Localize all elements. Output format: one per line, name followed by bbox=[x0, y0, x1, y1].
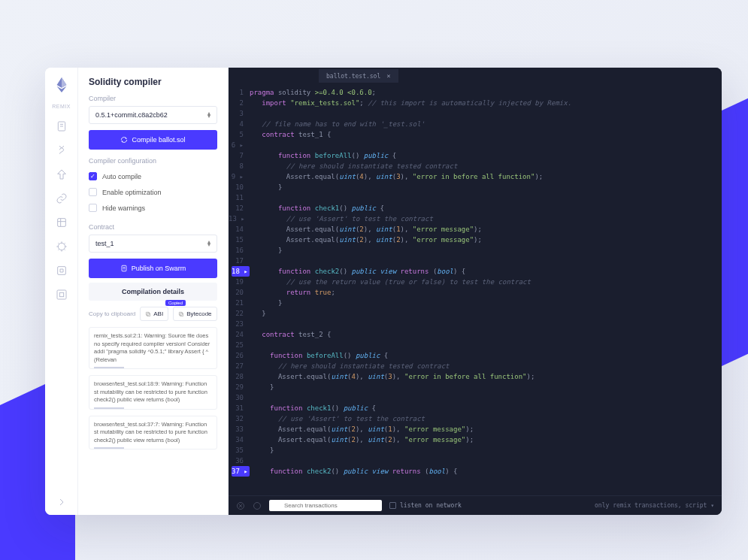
remix-logo[interactable] bbox=[53, 77, 70, 93]
code-text: // file name has to end with '_test.sol' bbox=[250, 119, 722, 129]
code-line[interactable]: 32 // use 'Assert' to test the contract bbox=[229, 413, 722, 424]
code-text: Assert.equal(uint(2), uint(2), "error me… bbox=[250, 235, 722, 245]
code-line[interactable]: 16 } bbox=[229, 245, 722, 256]
hide-warn-row[interactable]: Hide warnings bbox=[89, 200, 217, 216]
copy-label: Copy to clipboard bbox=[89, 310, 135, 317]
compiler-select[interactable]: 0.5.1+commit.c8a2cb62 ▴▾ bbox=[89, 106, 217, 124]
auto-compile-row[interactable]: Auto compile bbox=[89, 168, 217, 184]
code-line[interactable]: 33 Assert.equal(uint(2), uint(1), "error… bbox=[229, 424, 722, 434]
settings-icon[interactable] bbox=[55, 288, 68, 301]
code-line[interactable]: 20 return true; bbox=[229, 287, 722, 298]
contract-value: test_1 bbox=[95, 240, 114, 247]
code-line[interactable]: 14 Assert.equal(uint(2), uint(1), "error… bbox=[229, 224, 722, 235]
file-tab[interactable]: ballot.test.sol × bbox=[319, 69, 398, 83]
compiler-version: 0.5.1+commit.c8a2cb62 bbox=[95, 111, 168, 119]
code-text: return true; bbox=[250, 287, 722, 298]
refresh-icon bbox=[120, 136, 128, 144]
contract-select[interactable]: test_1 ▴▾ bbox=[89, 235, 217, 253]
enable-opt-checkbox[interactable] bbox=[89, 188, 97, 196]
panel-title: Solidity compiler bbox=[89, 77, 217, 87]
hide-warn-checkbox[interactable] bbox=[89, 204, 97, 212]
code-line[interactable]: 23 bbox=[229, 319, 722, 329]
analysis-icon[interactable] bbox=[55, 216, 68, 229]
copy-icon bbox=[178, 311, 184, 317]
line-number: 14 bbox=[229, 224, 250, 235]
line-number: 20 bbox=[229, 287, 250, 298]
copy-bytecode-button[interactable]: Bytecode bbox=[173, 307, 217, 321]
copy-abi-button[interactable]: ABI bbox=[140, 307, 168, 321]
code-line[interactable]: 10 } bbox=[229, 182, 722, 192]
code-line[interactable]: 36 bbox=[229, 456, 722, 466]
warning-item[interactable]: browser/test_test.sol:37:7: Warning: Fun… bbox=[89, 416, 217, 450]
code-line[interactable]: 27 // here should instantiate tested con… bbox=[229, 361, 722, 371]
code-line[interactable]: 30 bbox=[229, 392, 722, 403]
code-line[interactable]: 11 bbox=[229, 192, 722, 203]
compiler-icon[interactable] bbox=[55, 144, 68, 157]
line-number: 9 ▸ bbox=[229, 171, 250, 182]
compile-button[interactable]: Compile ballot.sol bbox=[89, 130, 217, 150]
code-area[interactable]: 1pragma solidity >=0.4.0 <0.6.0;2 import… bbox=[229, 84, 722, 495]
auto-compile-label: Auto compile bbox=[102, 173, 141, 180]
console-pending-icon[interactable] bbox=[253, 501, 262, 510]
console-clear-icon[interactable] bbox=[236, 501, 245, 510]
listen-checkbox[interactable] bbox=[389, 502, 396, 509]
code-line[interactable]: 29 } bbox=[229, 382, 722, 392]
copy-icon bbox=[145, 311, 151, 317]
code-line[interactable]: 12 function check1() public { bbox=[229, 203, 722, 213]
compiler-panel: Solidity compiler Compiler 0.5.1+commit.… bbox=[78, 68, 229, 515]
warning-item[interactable]: browser/test_test.sol:18:9: Warning: Fun… bbox=[89, 375, 217, 410]
listen-network-toggle[interactable]: listen on network bbox=[389, 502, 462, 509]
search-input[interactable] bbox=[269, 500, 382, 511]
code-text: // use 'Assert' to test the contract bbox=[250, 413, 722, 424]
code-line[interactable]: 24 contract test_2 { bbox=[229, 329, 722, 340]
warning-item[interactable]: remix_tests.sol:2:1: Warning: Source fil… bbox=[89, 327, 217, 369]
code-line[interactable]: 37 ▸ function check2() public view retur… bbox=[229, 466, 722, 477]
code-line[interactable]: 9 ▸ Assert.equal(uint(4), uint(3), "erro… bbox=[229, 171, 722, 182]
code-line[interactable]: 4 // file name has to end with '_test.so… bbox=[229, 119, 722, 129]
code-text: Assert.equal(uint(4), uint(3), "error in… bbox=[250, 171, 722, 182]
publish-button-label: Publish on Swarm bbox=[132, 265, 186, 272]
plugin-icon[interactable] bbox=[55, 264, 68, 277]
enable-opt-row[interactable]: Enable optimization bbox=[89, 184, 217, 200]
code-line[interactable]: 19 // use the return value (true or fals… bbox=[229, 277, 722, 287]
code-line[interactable]: 28 Assert.equal(uint(4), uint(3), "error… bbox=[229, 371, 722, 382]
code-line[interactable]: 17 bbox=[229, 256, 722, 266]
close-icon[interactable]: × bbox=[386, 72, 390, 80]
code-line[interactable]: 2 import "remix_tests.sol"; // this impo… bbox=[229, 98, 722, 108]
code-line[interactable]: 31 function check1() public { bbox=[229, 403, 722, 413]
code-text bbox=[250, 392, 722, 403]
code-line[interactable]: 15 Assert.equal(uint(2), uint(2), "error… bbox=[229, 235, 722, 245]
line-number: 4 bbox=[229, 119, 250, 129]
code-line[interactable]: 21 } bbox=[229, 298, 722, 308]
code-text: // use the return value (true or false) … bbox=[250, 277, 722, 287]
file-icon[interactable] bbox=[55, 120, 68, 133]
debug-icon[interactable] bbox=[55, 240, 68, 253]
line-number: 32 bbox=[229, 413, 250, 424]
expand-icon[interactable] bbox=[55, 495, 68, 509]
code-line[interactable]: 35 } bbox=[229, 445, 722, 456]
search-wrap bbox=[269, 500, 382, 511]
console-filter[interactable]: only remix transactions, script ▾ bbox=[595, 502, 714, 509]
code-line[interactable]: 22 } bbox=[229, 308, 722, 319]
compilation-details-button[interactable]: Compilation details bbox=[89, 283, 217, 301]
code-line[interactable]: 5 contract test_1 { bbox=[229, 129, 722, 140]
deploy-icon[interactable] bbox=[55, 168, 68, 181]
code-text: function check2() public view returns (b… bbox=[250, 266, 722, 277]
code-line[interactable]: 34 Assert.equal(uint(2), uint(2), "error… bbox=[229, 434, 722, 445]
code-line[interactable]: 25 bbox=[229, 340, 722, 350]
icon-rail: REMIX bbox=[45, 68, 78, 515]
publish-swarm-button[interactable]: Publish on Swarm bbox=[89, 259, 217, 278]
code-line[interactable]: 3 bbox=[229, 108, 722, 119]
config-label: Compiler configuration bbox=[89, 157, 217, 165]
enable-opt-label: Enable optimization bbox=[102, 189, 162, 196]
code-line[interactable]: 18 ▸ function check2() public view retur… bbox=[229, 266, 722, 277]
code-line[interactable]: 7 function beforeAll() public { bbox=[229, 150, 722, 161]
code-text: } bbox=[250, 298, 722, 308]
code-line[interactable]: 6 ▸ bbox=[229, 140, 722, 150]
link-icon[interactable] bbox=[55, 192, 68, 205]
code-line[interactable]: 13 ▸ // use 'Assert' to test the contrac… bbox=[229, 213, 722, 224]
auto-compile-checkbox[interactable] bbox=[89, 172, 97, 180]
code-line[interactable]: 26 function beforeAll() public { bbox=[229, 350, 722, 361]
code-line[interactable]: 8 // here should instantiate tested cont… bbox=[229, 161, 722, 171]
code-line[interactable]: 1pragma solidity >=0.4.0 <0.6.0; bbox=[229, 87, 722, 98]
